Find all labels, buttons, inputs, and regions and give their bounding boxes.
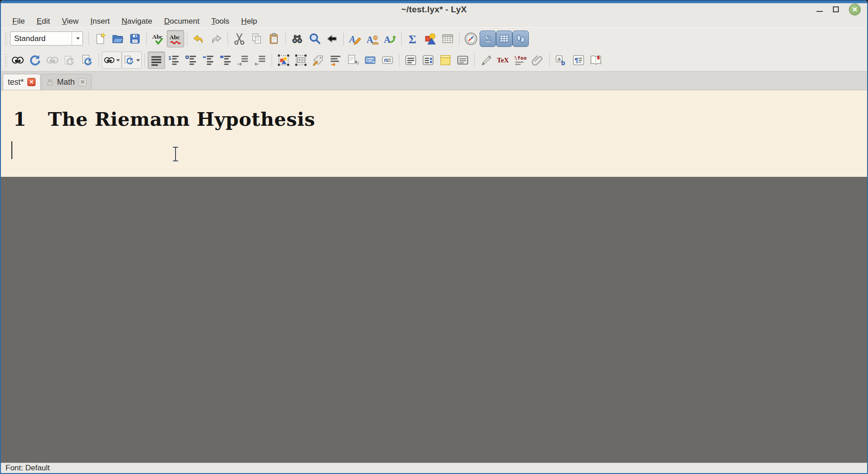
document-canvas[interactable]: 1 The Riemann Hypothesis — [1, 90, 867, 463]
save-document-button[interactable] — [126, 30, 144, 47]
view-other-formats-button[interactable] — [102, 52, 122, 69]
menu-insert[interactable]: Insert — [85, 16, 115, 27]
update-master-document-button[interactable] — [61, 52, 78, 69]
insert-figure-float-button[interactable] — [275, 52, 292, 69]
decrease-list-depth-button[interactable] — [252, 52, 269, 69]
toolbar-separator — [399, 53, 399, 67]
tab-math[interactable]: Math ✕ — [41, 74, 92, 90]
open-document-button[interactable] — [109, 30, 126, 47]
increase-list-depth-button[interactable] — [234, 52, 252, 69]
undo-icon — [192, 32, 205, 45]
insert-table-inset-icon — [294, 54, 307, 67]
toolbar-grip[interactable] — [5, 32, 7, 46]
insert-table-button[interactable] — [439, 30, 456, 47]
insert-hyperlink-button[interactable] — [477, 52, 495, 69]
paragraph-style-list-button[interactable] — [200, 52, 217, 69]
paragraph-style-enumerate-button[interactable]: 1 — [165, 52, 182, 69]
insert-box-button[interactable] — [454, 52, 471, 69]
menu-edit[interactable]: Edit — [31, 16, 55, 27]
check-spelling-continuously-button[interactable]: Abc — [167, 30, 184, 47]
insert-table-float-button[interactable] — [292, 52, 310, 69]
toggle-emphasis-button[interactable]: A — [346, 30, 364, 47]
redo-button[interactable] — [207, 30, 225, 47]
include-file-button[interactable] — [529, 52, 547, 69]
insert-float-button[interactable] — [402, 52, 419, 69]
insert-tex-code-button[interactable]: TeX — [495, 52, 512, 69]
navigate-outline-button[interactable] — [462, 30, 480, 47]
tab-close-icon[interactable]: ✕ — [78, 78, 87, 86]
menu-help[interactable]: Help — [236, 16, 262, 27]
insert-label-button[interactable] — [310, 52, 327, 69]
combo-dropdown-button[interactable] — [72, 32, 83, 45]
document-page[interactable]: 1 The Riemann Hypothesis — [1, 90, 867, 177]
layout-combo[interactable]: Standard — [10, 31, 83, 46]
redo-icon — [210, 32, 222, 45]
insert-note-button[interactable] — [437, 52, 454, 69]
label-tag-icon — [312, 54, 325, 67]
menu-navigate[interactable]: Navigate — [117, 16, 157, 27]
find-replace-button[interactable] — [289, 30, 306, 47]
extra-toolbar: 1 — [1, 49, 867, 71]
new-document-button[interactable] — [92, 30, 109, 47]
copy-button[interactable] — [248, 30, 265, 47]
paragraph-style-itemize-button[interactable] — [182, 52, 200, 69]
insert-nomenclature-button[interactable]: n — [379, 52, 396, 69]
description-list-icon — [219, 54, 232, 67]
marginal-note-icon — [422, 54, 434, 67]
menu-view[interactable]: View — [57, 16, 84, 27]
tab-close-icon[interactable]: ✕ — [27, 78, 36, 86]
svg-text:A: A — [349, 34, 356, 44]
toolbar-separator — [343, 32, 344, 46]
insert-math-macro-button[interactable]: \foo — [512, 52, 529, 69]
paragraph-style-description-button[interactable] — [217, 52, 234, 69]
toolbar-separator — [145, 53, 145, 67]
copy-icon — [250, 32, 263, 45]
insert-graphics-button[interactable] — [422, 30, 439, 47]
maximize-button[interactable] — [833, 6, 839, 12]
insert-cross-reference-button[interactable] — [327, 52, 344, 69]
svg-text:Σ: Σ — [485, 33, 491, 45]
menu-file[interactable]: File — [7, 16, 30, 27]
graphics-shapes-icon — [424, 32, 437, 45]
svg-text:\foo: \foo — [514, 55, 527, 61]
view-master-document-button[interactable] — [44, 52, 61, 69]
svg-text:TeX: TeX — [497, 57, 509, 64]
toggle-review-toolbar-button[interactable] — [512, 31, 529, 47]
toggle-math-toolbar-button[interactable]: Σ — [480, 31, 496, 47]
navigate-back-button[interactable] — [323, 30, 341, 47]
insert-index-entry-button[interactable] — [362, 52, 379, 69]
apply-last-text-style-button[interactable]: A — [381, 30, 398, 47]
paragraph-settings-button[interactable]: ¶ — [570, 52, 587, 69]
view-source-button[interactable] — [78, 52, 96, 69]
ibeam-pointer-icon — [171, 146, 180, 162]
lyx-window: ~/test.lyx* - LyX ✕ File Edit View Inser… — [0, 0, 868, 474]
toolbar-grip[interactable] — [5, 53, 7, 67]
check-spelling-button[interactable]: Abc — [150, 30, 167, 47]
insert-marginal-note-button[interactable] — [419, 52, 437, 69]
citation-icon — [346, 54, 359, 67]
insert-citation-button[interactable] — [344, 52, 362, 69]
insert-math-button[interactable]: Σ — [404, 30, 422, 47]
text-style-icon: a b — [555, 54, 568, 67]
find-advanced-button[interactable] — [306, 30, 323, 47]
paste-button[interactable] — [265, 30, 283, 47]
update-other-formats-button[interactable] — [122, 52, 142, 69]
math-macro-icon: \foo — [514, 54, 527, 67]
chevron-down-icon — [76, 37, 80, 40]
spellcheck-icon: Abc — [152, 32, 165, 45]
update-view-button[interactable] — [26, 52, 44, 69]
toggle-noun-button[interactable]: A — [364, 30, 381, 47]
paragraph-style-standard-button[interactable] — [148, 52, 165, 69]
minimize-button[interactable] — [816, 11, 823, 12]
menu-document[interactable]: Document — [159, 16, 204, 27]
cut-button[interactable] — [231, 30, 248, 47]
view-document-button[interactable] — [9, 52, 26, 69]
thesaurus-button[interactable] — [587, 52, 604, 69]
tab-test[interactable]: test* ✕ — [3, 74, 41, 90]
toggle-table-toolbar-button[interactable] — [496, 31, 512, 47]
text-style-dialog-button[interactable]: a b — [553, 52, 570, 69]
close-button[interactable]: ✕ — [849, 4, 861, 15]
menu-tools[interactable]: Tools — [206, 16, 234, 27]
undo-button[interactable] — [190, 30, 207, 47]
title-bar[interactable]: ~/test.lyx* - LyX ✕ — [1, 3, 867, 15]
